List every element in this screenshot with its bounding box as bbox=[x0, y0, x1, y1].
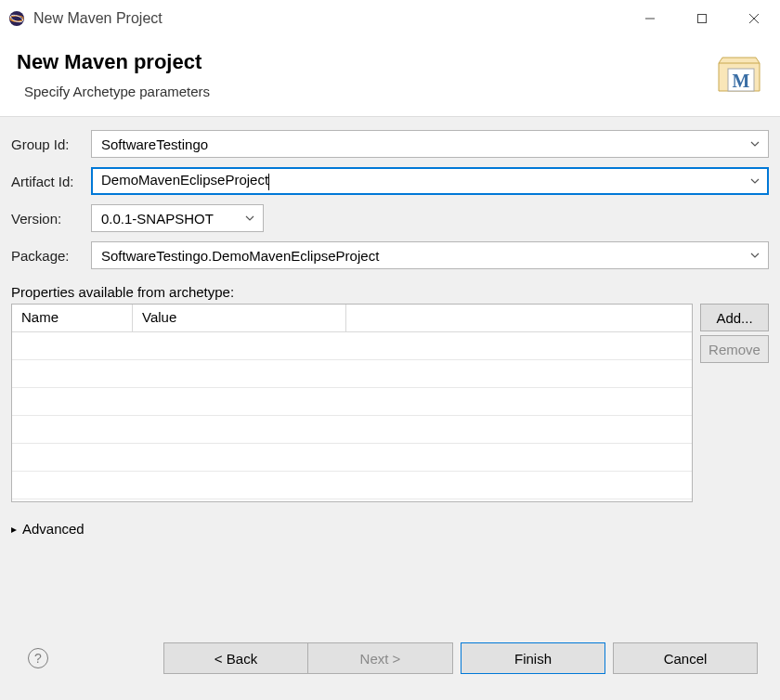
artifact-id-label: Artifact Id: bbox=[11, 174, 91, 189]
add-button[interactable]: Add... bbox=[700, 304, 769, 331]
cancel-button[interactable]: Cancel bbox=[613, 642, 758, 674]
version-value: 0.0.1-SNAPSHOT bbox=[101, 211, 214, 227]
page-title: New Maven project bbox=[17, 50, 715, 74]
table-row[interactable] bbox=[12, 444, 692, 472]
artifact-id-value: DemoMavenEclipseProject bbox=[101, 172, 269, 189]
group-id-value: SoftwareTestingo bbox=[101, 136, 208, 152]
triangle-right-icon: ▸ bbox=[11, 523, 17, 536]
title-bar: New Maven Project bbox=[0, 0, 780, 37]
chevron-down-icon bbox=[749, 174, 760, 189]
package-label: Package: bbox=[11, 248, 91, 264]
advanced-expander[interactable]: ▸ Advanced bbox=[11, 521, 769, 537]
version-combo[interactable]: 0.0.1-SNAPSHOT bbox=[91, 204, 264, 232]
help-icon[interactable]: ? bbox=[28, 648, 48, 668]
column-value[interactable]: Value bbox=[133, 305, 346, 332]
group-id-label: Group Id: bbox=[11, 136, 91, 152]
package-combo[interactable]: SoftwareTestingo.DemoMavenEclipseProject bbox=[91, 241, 769, 269]
page-subtitle: Specify Archetype parameters bbox=[17, 84, 715, 99]
chevron-down-icon bbox=[749, 136, 760, 152]
package-value: SoftwareTestingo.DemoMavenEclipseProject bbox=[101, 248, 379, 264]
properties-table[interactable]: Name Value bbox=[11, 304, 693, 502]
form-area: Group Id: SoftwareTestingo Artifact Id: … bbox=[0, 116, 780, 700]
finish-button[interactable]: Finish bbox=[461, 642, 605, 674]
remove-button[interactable]: Remove bbox=[700, 335, 769, 363]
table-row[interactable] bbox=[12, 332, 692, 360]
maven-icon: M bbox=[715, 52, 763, 97]
svg-text:M: M bbox=[733, 71, 750, 91]
column-rest bbox=[346, 305, 692, 332]
back-button[interactable]: < Back bbox=[163, 642, 308, 674]
table-header: Name Value bbox=[12, 305, 692, 332]
wizard-header: New Maven project Specify Archetype para… bbox=[0, 37, 780, 116]
artifact-id-combo[interactable]: DemoMavenEclipseProject bbox=[91, 167, 769, 195]
table-row[interactable] bbox=[12, 416, 692, 444]
svg-rect-4 bbox=[698, 15, 707, 23]
table-row[interactable] bbox=[12, 360, 692, 388]
minimize-button[interactable] bbox=[624, 0, 676, 37]
table-row[interactable] bbox=[12, 388, 692, 416]
group-id-combo[interactable]: SoftwareTestingo bbox=[91, 130, 769, 158]
next-button: Next > bbox=[308, 642, 453, 674]
window-title: New Maven Project bbox=[33, 10, 162, 27]
eclipse-icon bbox=[7, 9, 26, 28]
button-bar: ? < Back Next > Finish Cancel bbox=[11, 628, 769, 689]
version-label: Version: bbox=[11, 211, 91, 227]
close-button[interactable] bbox=[728, 0, 780, 37]
advanced-label: Advanced bbox=[22, 521, 84, 537]
text-cursor bbox=[268, 174, 269, 190]
column-name[interactable]: Name bbox=[12, 305, 133, 332]
chevron-down-icon bbox=[749, 248, 760, 264]
chevron-down-icon bbox=[244, 211, 255, 227]
maximize-button[interactable] bbox=[676, 0, 728, 37]
properties-label: Properties available from archetype: bbox=[11, 284, 769, 300]
table-row[interactable] bbox=[12, 472, 692, 499]
